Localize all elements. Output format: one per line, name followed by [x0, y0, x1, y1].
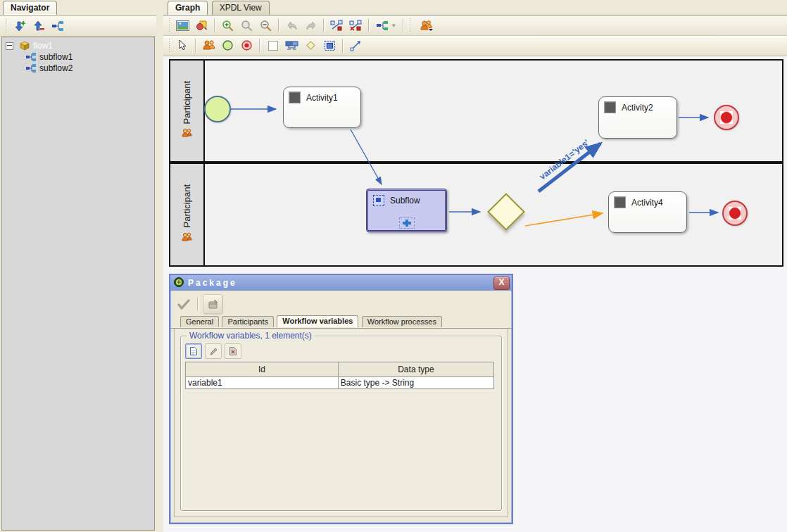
workflow-variables-panel: Workflow variables, 1 element(s)	[174, 329, 508, 517]
start-event-node[interactable]	[204, 96, 231, 122]
toolbar-grip[interactable]	[409, 18, 412, 32]
tree-item-label: subflow2	[39, 63, 73, 73]
route-tool-icon[interactable]	[301, 37, 320, 55]
activity-tool-icon[interactable]	[263, 37, 282, 55]
toolbar-grip[interactable]	[168, 39, 171, 53]
dialog-tab-row: General Participants Workflow variables …	[170, 316, 512, 329]
transition-tool-icon[interactable]	[346, 37, 365, 55]
tab-workflow-variables[interactable]: Workflow variables	[277, 315, 358, 327]
package-dialog[interactable]: Package X General Participants Workflow	[169, 274, 513, 524]
chevron-down-icon[interactable]: ▾	[392, 22, 396, 29]
remove-transitions-icon[interactable]	[346, 16, 365, 34]
select-tool-icon[interactable]	[173, 37, 192, 55]
variables-table[interactable]: Id Data type variable1 Basic type -> Str…	[185, 362, 494, 389]
activity-label: Activity4	[631, 198, 663, 208]
block-activity-tool-icon[interactable]	[320, 37, 339, 55]
dialog-title: Package	[188, 278, 493, 288]
toolbar-grip[interactable]	[5, 19, 8, 33]
subflow-type-icon	[373, 195, 384, 206]
navigator-toolbar	[0, 16, 156, 37]
expand-subflow-button[interactable]	[399, 217, 415, 229]
insert-node-icon[interactable]	[10, 17, 29, 35]
activity-type-icon	[614, 196, 626, 208]
close-icon[interactable]: X	[493, 277, 510, 290]
variables-groupbox: Workflow variables, 1 element(s)	[180, 336, 502, 511]
editor-tab-row: Graph XPDL View	[163, 0, 787, 15]
app-window: Navigator	[0, 0, 787, 532]
toolbar-grip[interactable]	[168, 18, 171, 32]
edit-variable-icon[interactable]	[205, 343, 222, 359]
collapse-icon[interactable]	[6, 42, 13, 50]
activity2-node[interactable]: Activity2	[598, 96, 677, 139]
subflow-tree-icon[interactable]	[372, 16, 391, 34]
tab-participants[interactable]: Participants	[222, 316, 273, 327]
end-event-node-2[interactable]	[722, 201, 748, 226]
tab-xpdl-view[interactable]: XPDL View	[212, 1, 270, 15]
transition-route-activity4[interactable]	[525, 213, 603, 226]
variables-toolbar	[185, 343, 241, 359]
navigator-tree[interactable]: flow1 subflow1	[1, 37, 155, 531]
package-icon[interactable]	[203, 294, 222, 314]
select-transitions-icon[interactable]	[327, 16, 346, 34]
cell-id[interactable]: variable1	[186, 377, 339, 389]
export-shapes-icon[interactable]	[192, 16, 211, 34]
participant-tool-icon[interactable]	[199, 37, 218, 55]
subflow-label: Subflow	[390, 196, 420, 205]
tab-navigator[interactable]: Navigator	[3, 1, 57, 15]
tree-item-label: flow1	[33, 41, 53, 51]
subflow-node-icon	[26, 53, 37, 61]
zoom-out-icon[interactable]	[256, 16, 275, 34]
end-event-tool-icon[interactable]	[237, 37, 256, 55]
activity-label: Activity1	[306, 93, 338, 103]
graph-toolbar: ▾	[163, 15, 787, 36]
delete-variable-icon[interactable]	[225, 343, 241, 359]
transition-activity1-subflow[interactable]	[351, 129, 382, 184]
package-logo-icon	[174, 277, 184, 289]
table-row[interactable]: variable1 Basic type -> String	[186, 377, 494, 389]
tree-item-subflow1[interactable]: subflow1	[2, 51, 154, 63]
undo-icon[interactable]	[282, 16, 301, 34]
subflow-tool-icon[interactable]	[282, 37, 301, 55]
zoom-original-icon[interactable]	[237, 16, 256, 34]
remove-node-icon[interactable]	[29, 17, 48, 35]
end-event-node-1[interactable]	[714, 105, 739, 130]
column-header-datatype[interactable]: Data type	[338, 362, 493, 377]
groupbox-title: Workflow variables, 1 element(s)	[187, 331, 315, 341]
save-image-icon[interactable]	[173, 16, 192, 34]
start-event-tool-icon[interactable]	[218, 37, 237, 55]
redo-icon[interactable]	[301, 16, 320, 34]
zoom-in-icon[interactable]	[218, 16, 237, 34]
tab-graph[interactable]: Graph	[168, 1, 208, 15]
activity-label: Activity2	[622, 103, 653, 113]
subflow-node-icon	[26, 64, 37, 72]
tab-workflow-processes[interactable]: Workflow processes	[362, 316, 442, 327]
new-variable-icon[interactable]	[185, 343, 202, 359]
dialog-titlebar[interactable]: Package X	[170, 275, 512, 291]
tab-general[interactable]: General	[180, 316, 219, 327]
dialog-toolbar	[170, 291, 512, 316]
subflow-node[interactable]: Subflow	[366, 189, 447, 232]
cell-datatype[interactable]: Basic type -> String	[338, 377, 493, 389]
column-header-id[interactable]: Id	[186, 362, 339, 377]
apply-icon[interactable]	[175, 295, 193, 313]
activity4-node[interactable]: Activity4	[608, 191, 687, 233]
tree-item-label: subflow1	[39, 52, 73, 62]
tree-item-flow1[interactable]: flow1	[2, 40, 154, 51]
transition-condition-label[interactable]: variable1='yes'	[538, 137, 591, 182]
participant-menu-icon[interactable]	[414, 16, 439, 34]
activity-type-icon	[289, 91, 301, 103]
activity-type-icon	[604, 101, 616, 113]
subflow-tree-icon[interactable]	[48, 17, 67, 35]
navigator-panel: Navigator	[0, 0, 157, 532]
navigator-tab-row: Navigator	[0, 0, 156, 16]
tree-item-subflow2[interactable]: subflow2	[2, 63, 154, 74]
tool-palette	[163, 36, 787, 56]
activity1-node[interactable]: Activity1	[283, 87, 361, 128]
package-icon	[19, 41, 30, 51]
